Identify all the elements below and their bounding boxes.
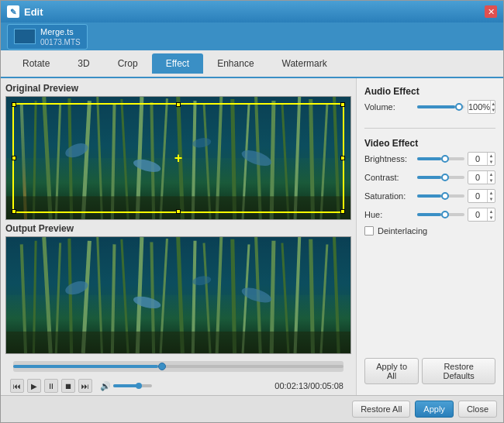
preview-panel: Original Preview (1, 78, 356, 395)
volume-thumb-h[interactable] (455, 103, 463, 111)
contrast-row: Contrast: 0 ▲ ▼ (364, 170, 495, 184)
output-preview-label: Output Preview (5, 223, 351, 234)
crop-handle-tl[interactable] (12, 102, 16, 107)
restore-defaults-button[interactable]: Restore Defaults (422, 358, 495, 384)
right-panel: Audio Effect Volume: 100% ▲ ▼ (356, 78, 503, 395)
apply-button[interactable]: Apply (415, 401, 454, 418)
volume-spin-down[interactable]: ▼ (491, 107, 495, 113)
tabs-bar: Rotate 3D Crop Effect Enhance Watermark (1, 50, 503, 78)
app-icon: ✎ (7, 5, 19, 18)
crop-handle-bc[interactable] (176, 209, 181, 214)
crop-handle-mr[interactable] (340, 156, 345, 160)
volume-slider-container: 100% ▲ ▼ (417, 100, 495, 114)
playback-controls: ⏮ ▶ ⏸ ⏹ ⏭ 🔊 00:02:13/00:05:08 (5, 377, 351, 395)
brightness-spin: ▲ ▼ (487, 153, 495, 165)
audio-effect-section: Audio Effect Volume: 100% ▲ ▼ (364, 86, 495, 119)
brightness-track[interactable] (417, 157, 464, 160)
output-video-content (6, 237, 350, 353)
hue-spin-down[interactable]: ▼ (488, 215, 495, 221)
file-thumbnail (14, 29, 36, 44)
crop-handle-tr[interactable] (340, 102, 345, 107)
deinterlacing-label: Deinterlacing (378, 226, 427, 236)
volume-slider[interactable] (113, 384, 152, 387)
contrast-label: Contrast: (364, 173, 417, 182)
skip-back-button[interactable]: ⏮ (10, 379, 24, 393)
output-section: Output Preview (5, 220, 351, 395)
volume-value: 100% (468, 100, 490, 114)
audio-effect-title: Audio Effect (364, 86, 495, 97)
contrast-spin-up[interactable]: ▲ (488, 171, 495, 177)
play-button[interactable]: ▶ (27, 379, 41, 393)
window-title: Edit (24, 6, 485, 18)
close-button-footer[interactable]: Close (458, 401, 497, 418)
volume-value-box: 100% ▲ ▼ (468, 100, 495, 114)
saturation-value-box: 0 ▲ ▼ (468, 189, 495, 203)
crosshair: + (174, 150, 183, 167)
saturation-thumb[interactable] (441, 192, 449, 200)
footer-bar: Restore All Apply Close (1, 395, 503, 422)
timeline-area (5, 354, 351, 377)
deinterlacing-checkbox[interactable] (364, 226, 374, 236)
crop-handle-ml[interactable] (12, 156, 16, 160)
contrast-thumb[interactable] (441, 174, 449, 181)
file-name-2: 00173.MTS (40, 38, 81, 46)
volume-label: Volume: (364, 102, 417, 112)
volume-spin: ▲ ▼ (490, 101, 495, 113)
brightness-spin-up[interactable]: ▲ (488, 153, 495, 159)
pause-button[interactable]: ⏸ (44, 379, 58, 393)
tab-crop[interactable]: Crop (104, 53, 152, 74)
hue-thumb[interactable] (441, 211, 449, 218)
original-preview-box: + (5, 96, 351, 220)
crop-handle-tc[interactable] (176, 102, 181, 107)
saturation-fill (417, 194, 441, 198)
volume-track[interactable] (417, 105, 464, 108)
saturation-value: 0 (468, 189, 487, 203)
brightness-thumb[interactable] (441, 155, 449, 163)
hue-spin: ▲ ▼ (487, 208, 495, 221)
tab-effect[interactable]: Effect (152, 53, 203, 74)
brightness-slider-container: 0 ▲ ▼ (417, 152, 495, 166)
volume-area: 🔊 (100, 381, 152, 391)
contrast-spin-down[interactable]: ▼ (488, 177, 495, 184)
volume-icon: 🔊 (100, 381, 111, 391)
file-item[interactable]: Merge.ts 00173.MTS (7, 24, 88, 50)
contrast-slider-container: 0 ▲ ▼ (417, 170, 495, 184)
volume-thumb[interactable] (136, 383, 142, 389)
volume-row: Volume: 100% ▲ ▼ (364, 100, 495, 114)
saturation-spin: ▲ ▼ (487, 190, 495, 202)
restore-all-button[interactable]: Restore All (352, 401, 410, 418)
video-effect-title: Video Effect (364, 138, 495, 149)
skip-forward-button[interactable]: ⏭ (78, 379, 92, 393)
crop-handle-bl[interactable] (12, 209, 16, 214)
deinterlacing-row: Deinterlacing (364, 226, 495, 236)
timeline-slider[interactable] (13, 361, 343, 372)
tab-watermark[interactable]: Watermark (268, 53, 341, 74)
apply-to-all-button[interactable]: Apply to All (364, 358, 419, 384)
timeline-thumb[interactable] (158, 363, 166, 370)
saturation-track[interactable] (417, 194, 464, 198)
stop-button[interactable]: ⏹ (61, 379, 75, 393)
hue-value: 0 (468, 208, 487, 222)
hue-slider-container: 0 ▲ ▼ (417, 208, 495, 222)
tab-rotate[interactable]: Rotate (9, 53, 64, 74)
contrast-value-box: 0 ▲ ▼ (468, 170, 495, 184)
secondary-buttons: Apply to All Restore Defaults (364, 358, 495, 384)
tab-3d[interactable]: 3D (64, 53, 103, 74)
time-display: 00:02:13/00:05:08 (274, 381, 347, 390)
brightness-fill (417, 157, 441, 160)
crop-handle-br[interactable] (340, 209, 345, 214)
volume-spin-up[interactable]: ▲ (491, 101, 495, 107)
hue-label: Hue: (364, 210, 417, 219)
close-button[interactable]: ✕ (485, 5, 497, 18)
original-video-content: + (6, 97, 350, 219)
hue-spin-up[interactable]: ▲ (488, 208, 495, 215)
hue-track[interactable] (417, 213, 464, 216)
svg-rect-63 (6, 332, 350, 353)
original-preview-label: Original Preview (5, 83, 351, 94)
saturation-spin-up[interactable]: ▲ (488, 190, 495, 196)
saturation-spin-down[interactable]: ▼ (488, 196, 495, 202)
brightness-spin-down[interactable]: ▼ (488, 159, 495, 165)
contrast-track[interactable] (417, 176, 464, 179)
tab-enhance[interactable]: Enhance (203, 53, 268, 74)
brightness-row: Brightness: 0 ▲ ▼ (364, 152, 495, 166)
